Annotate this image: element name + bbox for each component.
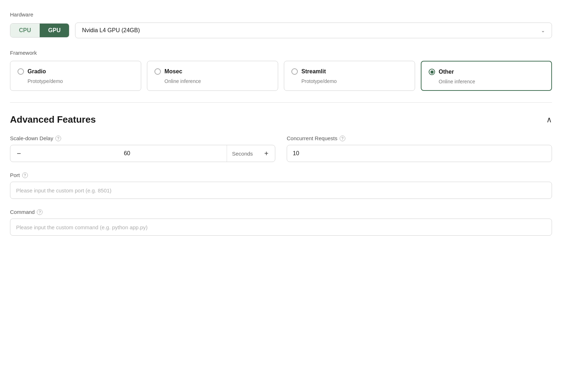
scale-down-delay-stepper: − Seconds + — [10, 145, 275, 162]
command-label: Command ? — [10, 209, 552, 215]
radio-mosec — [154, 68, 161, 75]
hardware-row: CPU GPU Nvidia L4 GPU (24GB) ⌄ — [10, 23, 552, 38]
concurrent-requests-help-icon[interactable]: ? — [340, 136, 345, 141]
framework-card-other[interactable]: Other Online inference — [421, 61, 552, 91]
section-hardware: Hardware CPU GPU Nvidia L4 GPU (24GB) ⌄ — [10, 11, 552, 38]
stepper-minus-button[interactable]: − — [10, 145, 28, 162]
port-label: Port ? — [10, 172, 552, 178]
card-header-gradio: Gradio — [18, 68, 134, 75]
scale-down-delay-help-icon[interactable]: ? — [55, 136, 61, 141]
concurrent-requests-label-text: Concurrent Requests — [287, 135, 337, 141]
framework-label: Framework — [10, 50, 552, 56]
gpu-select-value: Nvidia L4 GPU (24GB) — [82, 27, 140, 34]
advanced-collapse-button[interactable]: ∧ — [546, 115, 552, 124]
section-divider — [10, 102, 552, 103]
radio-other — [429, 69, 435, 75]
command-group: Command ? — [10, 209, 552, 236]
port-label-text: Port — [10, 172, 20, 178]
card-header-mosec: Mosec — [154, 68, 271, 75]
port-help-icon[interactable]: ? — [22, 172, 28, 178]
framework-card-mosec[interactable]: Mosec Online inference — [147, 61, 278, 91]
concurrent-requests-label: Concurrent Requests ? — [287, 135, 552, 141]
scale-down-delay-label-text: Scale-down Delay — [10, 135, 53, 141]
framework-card-gradio[interactable]: Gradio Prototype/demo — [10, 61, 141, 91]
hardware-toggle-group: CPU GPU — [10, 23, 69, 38]
hardware-label: Hardware — [10, 11, 552, 18]
card-title-streamlit: Streamlit — [301, 68, 326, 75]
gpu-select-dropdown[interactable]: Nvidia L4 GPU (24GB) ⌄ — [75, 23, 552, 38]
concurrent-requests-input[interactable] — [287, 145, 552, 162]
framework-cards: Gradio Prototype/demo Mosec Online infer… — [10, 61, 552, 91]
advanced-header: Advanced Features ∧ — [10, 114, 552, 125]
radio-streamlit — [291, 68, 298, 75]
card-subtitle-gradio: Prototype/demo — [28, 78, 134, 84]
radio-dot-other — [430, 70, 434, 74]
section-advanced-features: Advanced Features ∧ Scale-down Delay ? −… — [10, 114, 552, 236]
gpu-toggle-button[interactable]: GPU — [40, 24, 69, 37]
radio-gradio — [18, 68, 24, 75]
port-group: Port ? — [10, 172, 552, 199]
cpu-toggle-button[interactable]: CPU — [10, 24, 40, 37]
framework-card-streamlit[interactable]: Streamlit Prototype/demo — [284, 61, 415, 91]
chevron-down-icon: ⌄ — [541, 28, 545, 33]
section-framework: Framework Gradio Prototype/demo Mosec On… — [10, 50, 552, 91]
stepper-value-input[interactable] — [28, 150, 227, 157]
card-subtitle-streamlit: Prototype/demo — [301, 78, 408, 84]
scale-down-delay-group: Scale-down Delay ? − Seconds + — [10, 135, 275, 162]
stepper-plus-button[interactable]: + — [258, 145, 275, 162]
stepper-unit-label: Seconds — [227, 145, 258, 162]
scale-down-delay-label: Scale-down Delay ? — [10, 135, 275, 141]
command-help-icon[interactable]: ? — [37, 209, 43, 215]
advanced-fields-grid: Scale-down Delay ? − Seconds + Concurren… — [10, 135, 552, 162]
command-label-text: Command — [10, 209, 35, 215]
card-subtitle-other: Online inference — [439, 79, 544, 84]
port-input[interactable] — [10, 182, 552, 199]
card-title-mosec: Mosec — [164, 68, 182, 75]
concurrent-requests-group: Concurrent Requests ? — [287, 135, 552, 162]
card-title-gradio: Gradio — [28, 68, 46, 75]
card-title-other: Other — [439, 69, 454, 75]
card-subtitle-mosec: Online inference — [164, 78, 271, 84]
advanced-features-title: Advanced Features — [10, 114, 96, 125]
card-header-other: Other — [429, 69, 544, 75]
command-input[interactable] — [10, 219, 552, 236]
card-header-streamlit: Streamlit — [291, 68, 408, 75]
